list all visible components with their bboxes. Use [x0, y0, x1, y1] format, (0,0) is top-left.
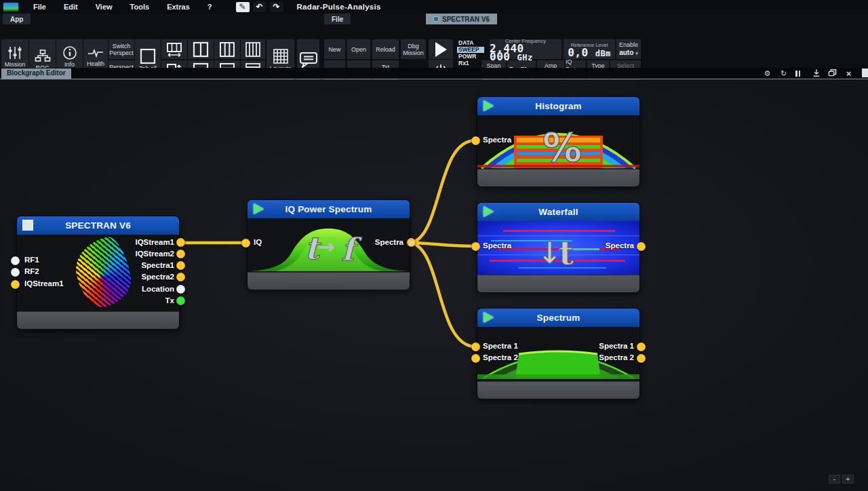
- tab-blockgraph-editor[interactable]: Blockgraph Editor: [1, 68, 71, 79]
- port-label-iqstream2-out: IQStream2: [135, 250, 174, 258]
- canvas-zoom-in-button[interactable]: +: [842, 475, 854, 484]
- node-histogram-titlebar[interactable]: Histogram: [477, 97, 639, 115]
- device-tab-icon: [433, 16, 439, 22]
- node-spectran-titlebar[interactable]: SPECTRAN V6: [17, 216, 179, 235]
- node-waterfall-title: Waterfall: [538, 207, 578, 217]
- port-spectran-iqstream1-in[interactable]: [11, 280, 20, 289]
- redo-button[interactable]: ↷: [270, 2, 283, 12]
- node-spectrum-footer: [477, 381, 639, 399]
- two-columns-icon: [192, 41, 210, 58]
- port-waterfall-spectra-in[interactable]: [471, 242, 480, 251]
- editor-tab-bar: Blockgraph Editor ⚙ ↻ ×: [0, 68, 868, 79]
- pause-icon[interactable]: [795, 71, 804, 77]
- node-play-icon: [484, 100, 494, 111]
- port-label-spectrum-spectra2-out: Spectra 2: [599, 353, 634, 361]
- split-2-columns-button[interactable]: [188, 39, 214, 59]
- node-iq-title: IQ Power Spectrum: [285, 204, 372, 214]
- port-label-iq-spectra-out: Spectra: [375, 238, 403, 246]
- port-spectran-rf2-in[interactable]: [11, 268, 20, 277]
- new-button[interactable]: New: [324, 39, 345, 59]
- port-label-tx-out: Tx: [165, 296, 174, 305]
- port-iq-spectra-out[interactable]: [407, 238, 416, 247]
- node-waterfall-titlebar[interactable]: Waterfall: [477, 203, 639, 221]
- node-checkbox[interactable]: [22, 220, 33, 231]
- dbg-mission-button[interactable]: Dbg Mission: [401, 39, 426, 59]
- node-iq-footer: [248, 272, 410, 290]
- center-frequency-value: 2,440 000 GHz: [490, 45, 561, 62]
- close-icon[interactable]: ×: [844, 69, 853, 78]
- menu-bar: File Edit View Tools Extras ? ✎ ↶ ↷ Rada…: [0, 0, 868, 14]
- status-sweep-selected[interactable]: SWEEP: [457, 47, 484, 54]
- undo-icon: ↶: [256, 2, 262, 12]
- edit-mode-button[interactable]: ✎: [236, 2, 250, 12]
- status-rx1[interactable]: Rx1: [457, 60, 484, 67]
- port-label-spectrum-spectra1-in: Spectra 1: [483, 342, 518, 350]
- node-iq-titlebar[interactable]: IQ Power Spectrum: [248, 200, 410, 218]
- info-icon: [62, 45, 78, 61]
- open-label: Open: [351, 46, 366, 53]
- port-label-spectrum-spectra1-out: Spectra 1: [599, 342, 634, 350]
- node-histogram-title: Histogram: [535, 101, 582, 111]
- node-spectrum-title: Spectrum: [537, 313, 580, 323]
- reload-label: Reload: [376, 46, 395, 53]
- port-spectran-iqstream2-out[interactable]: [176, 250, 185, 258]
- scrollbar-nub[interactable]: [862, 68, 868, 77]
- reference-level-field[interactable]: Reference Level 0,0 dBm: [564, 39, 615, 59]
- port-spectran-location-out[interactable]: [176, 285, 185, 294]
- columns-arrow-icon: [165, 41, 183, 58]
- tab-spectran-v6-group[interactable]: SPECTRAN V6: [426, 14, 497, 24]
- port-spectran-tx-out[interactable]: [176, 296, 185, 305]
- port-spectran-rf1-in[interactable]: [11, 256, 20, 265]
- node-histogram-footer: [477, 169, 639, 186]
- node-spectrum-titlebar[interactable]: Spectrum: [477, 309, 639, 327]
- port-label-rf1: RF1: [24, 256, 39, 264]
- menu-extras[interactable]: Extras: [158, 3, 199, 11]
- duplicate-window-icon[interactable]: [828, 68, 837, 79]
- split-4-columns-button[interactable]: [241, 39, 265, 59]
- port-spectran-spectra1-out[interactable]: [176, 261, 185, 270]
- port-iq-in[interactable]: [241, 239, 250, 248]
- status-powr[interactable]: POWR: [457, 54, 484, 60]
- editor-window-controls: ⚙ ↻ ×: [763, 68, 853, 79]
- device-start-button[interactable]: [429, 39, 453, 59]
- tab-app-group[interactable]: App: [3, 14, 31, 24]
- menu-tools[interactable]: Tools: [121, 3, 159, 11]
- port-histogram-spectra-in[interactable]: [471, 136, 480, 145]
- tab-file-group[interactable]: File: [324, 14, 351, 24]
- port-spectrum-spectra2-in[interactable]: [471, 354, 480, 363]
- port-spectrum-spectra1-out[interactable]: [637, 342, 646, 351]
- port-label-rf2: RF2: [24, 267, 39, 275]
- reload-button[interactable]: Reload: [372, 39, 399, 59]
- port-spectrum-spectra1-in[interactable]: [471, 342, 480, 351]
- refresh-icon[interactable]: ↻: [779, 69, 788, 78]
- svg-text:%: %: [542, 125, 582, 169]
- grid-icon: [272, 47, 290, 65]
- network-icon: [34, 48, 52, 64]
- tile-horizontal-expand-button[interactable]: [161, 39, 187, 59]
- menu-edit[interactable]: Edit: [55, 3, 87, 11]
- menu-help[interactable]: ?: [199, 3, 221, 11]
- menu-file[interactable]: File: [24, 3, 55, 11]
- blockgraph-canvas[interactable]: SPECTRAN V6 IQStream1 IQStream2 Spectra1…: [0, 80, 868, 491]
- split-3-columns-button[interactable]: [214, 39, 240, 59]
- center-frequency-field[interactable]: Center Frequency 2,440 000 GHz: [490, 39, 561, 59]
- port-waterfall-spectra-out[interactable]: [637, 242, 646, 251]
- port-spectran-spectra2-out[interactable]: [176, 273, 185, 281]
- download-icon[interactable]: [812, 68, 821, 79]
- open-button[interactable]: Open: [347, 39, 370, 59]
- port-spectran-iqstream1-out[interactable]: [176, 238, 185, 247]
- port-label-waterfall-spectra-out: Spectra: [606, 241, 634, 250]
- port-spectrum-spectra2-out[interactable]: [637, 354, 646, 363]
- new-label: New: [328, 46, 340, 53]
- port-label-waterfall-spectra-in: Spectra: [483, 241, 511, 250]
- blockgraph-editor-label: Blockgraph Editor: [7, 69, 66, 77]
- menu-view[interactable]: View: [87, 3, 121, 11]
- settings-gear-icon[interactable]: ⚙: [763, 69, 772, 78]
- undo-button[interactable]: ↶: [253, 2, 267, 12]
- port-label-iqstream1-in: IQStream1: [24, 279, 64, 288]
- canvas-zoom-out-button[interactable]: -: [829, 475, 840, 484]
- enable-select[interactable]: Enable auto: [616, 39, 641, 59]
- enable-label: Enable: [619, 41, 638, 49]
- enable-value: auto: [619, 49, 638, 58]
- switch-perspective-button[interactable]: Switch Perspect: [108, 39, 134, 59]
